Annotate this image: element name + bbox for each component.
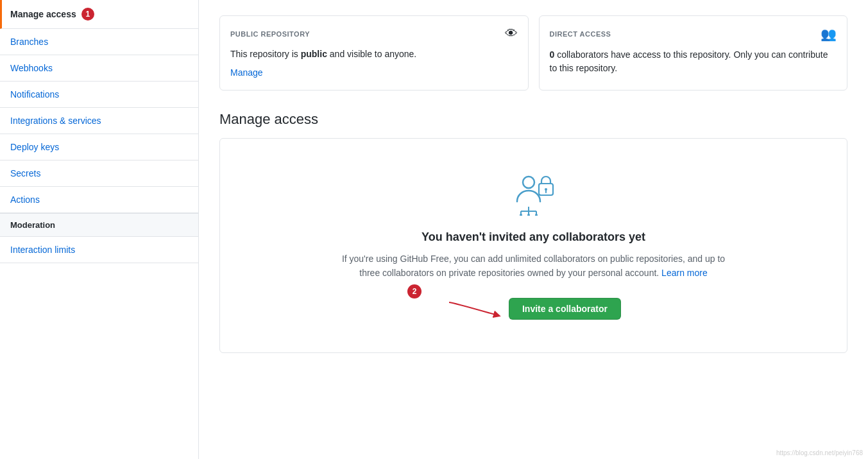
direct-access-card: DIRECT ACCESS 👥 0 collaborators have acc… — [539, 15, 848, 91]
sidebar-item-label: Deploy keys — [10, 142, 59, 152]
manage-access-title: Manage access — [219, 111, 847, 128]
direct-access-card-header: DIRECT ACCESS 👥 — [550, 26, 837, 42]
public-repo-label: PUBLIC REPOSITORY — [230, 30, 310, 38]
eye-icon: 👁 — [505, 26, 518, 41]
direct-access-body: 0 collaborators have access to this repo… — [550, 48, 837, 75]
manage-access-badge: 1 — [81, 8, 94, 21]
collaborator-count: 0 — [550, 49, 555, 60]
sidebar-item-deploy-keys[interactable]: Deploy keys — [0, 134, 198, 160]
sidebar-item-manage-access[interactable]: Manage access 1 — [0, 0, 198, 29]
step-2-badge: 2 — [407, 284, 421, 299]
invite-area: 2 Invite a collaborator — [446, 296, 621, 322]
invite-collaborator-button[interactable]: Invite a collaborator — [509, 298, 621, 320]
collaborator-lock-icon — [511, 169, 557, 218]
sidebar-item-secrets[interactable]: Secrets — [0, 160, 198, 187]
sidebar-item-interaction-limits[interactable]: Interaction limits — [0, 237, 198, 263]
svg-point-9 — [520, 214, 522, 216]
collaborators-icon: 👥 — [821, 26, 837, 42]
svg-point-11 — [535, 214, 538, 216]
info-cards-row: PUBLIC REPOSITORY 👁 This repository is p… — [219, 15, 847, 91]
manage-link[interactable]: Manage — [230, 66, 263, 80]
sidebar-item-branches[interactable]: Branches — [0, 29, 198, 55]
sidebar-item-label: Webhooks — [10, 63, 53, 73]
sidebar: Manage access 1 Branches Webhooks Notifi… — [0, 0, 199, 459]
sidebar-item-webhooks[interactable]: Webhooks — [0, 55, 198, 82]
svg-point-0 — [523, 177, 534, 188]
sidebar-item-label: Interaction limits — [10, 245, 75, 255]
sidebar-item-label: Branches — [10, 37, 48, 47]
sidebar-item-label: Manage access — [10, 9, 76, 19]
svg-point-10 — [527, 214, 530, 216]
public-repo-body: This repository is public and visible to… — [230, 48, 518, 80]
sidebar-item-label: Actions — [10, 195, 40, 205]
sidebar-item-integrations[interactable]: Integrations & services — [0, 108, 198, 134]
public-repo-card: PUBLIC REPOSITORY 👁 This repository is p… — [219, 15, 529, 91]
no-collaborators-title: You haven't invited any collaborators ye… — [421, 230, 645, 244]
direct-access-label: DIRECT ACCESS — [550, 30, 611, 38]
sidebar-item-actions[interactable]: Actions — [0, 187, 198, 213]
sidebar-item-notifications[interactable]: Notifications — [0, 82, 198, 108]
sidebar-section-moderation: Moderation — [0, 213, 198, 237]
learn-more-link[interactable]: Learn more — [661, 268, 708, 278]
sidebar-item-label: Notifications — [10, 89, 59, 100]
manage-access-box: You haven't invited any collaborators ye… — [219, 138, 847, 353]
no-collaborators-desc: If you're using GitHub Free, you can add… — [341, 252, 726, 281]
direct-access-description: 0 collaborators have access to this repo… — [550, 48, 837, 75]
watermark: https://blog.csdn.net/peiyin768 — [776, 449, 863, 456]
sidebar-item-label: Secrets — [10, 168, 40, 178]
sidebar-item-label: Integrations & services — [10, 116, 101, 126]
public-repo-card-header: PUBLIC REPOSITORY 👁 — [230, 26, 518, 41]
public-repo-description: This repository is public and visible to… — [230, 48, 518, 61]
main-content: PUBLIC REPOSITORY 👁 This repository is p… — [199, 0, 868, 459]
arrow-icon — [446, 296, 504, 322]
